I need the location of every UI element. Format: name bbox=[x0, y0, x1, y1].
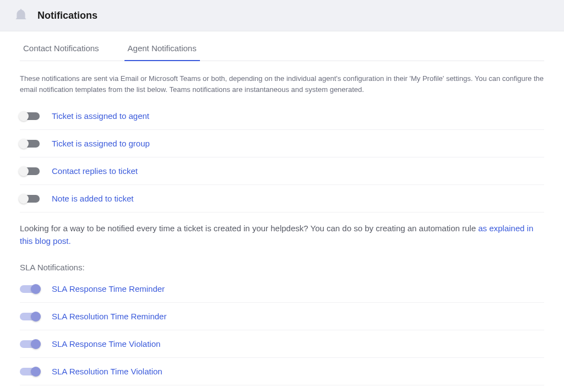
tab-contact-notifications[interactable]: Contact Notifications bbox=[20, 43, 102, 61]
link-contact-replies[interactable]: Contact replies to ticket bbox=[52, 166, 138, 176]
info-prefix: Looking for a way to be notified every t… bbox=[20, 224, 478, 233]
notification-row: SLA Resolution Time Violation bbox=[20, 358, 544, 385]
toggle-sla-resolution-violation[interactable] bbox=[20, 368, 40, 375]
link-sla-response-reminder[interactable]: SLA Response Time Reminder bbox=[52, 284, 165, 293]
page-title: Notifications bbox=[37, 10, 97, 21]
notification-row: SLA Response Time Reminder bbox=[20, 275, 544, 303]
tab-description: These notifications are sent via Email o… bbox=[20, 73, 544, 95]
notification-row: Note is added to ticket bbox=[20, 185, 544, 213]
sla-heading: SLA Notifications: bbox=[20, 253, 544, 275]
link-sla-resolution-violation[interactable]: SLA Resolution Time Violation bbox=[52, 367, 162, 376]
notification-row: SLA Resolution Time Reminder bbox=[20, 303, 544, 330]
page-header: Notifications bbox=[0, 0, 564, 31]
tabs: Contact Notifications Agent Notification… bbox=[20, 31, 544, 61]
automation-info: Looking for a way to be notified every t… bbox=[20, 213, 544, 253]
notification-row: Contact replies to ticket bbox=[20, 157, 544, 185]
tab-agent-notifications[interactable]: Agent Notifications bbox=[124, 43, 200, 61]
toggle-sla-response-reminder[interactable] bbox=[20, 285, 40, 293]
toggle-sla-response-violation[interactable] bbox=[20, 340, 40, 348]
toggle-note-added[interactable] bbox=[20, 195, 40, 203]
notification-row: Ticket is assigned to agent bbox=[20, 102, 544, 130]
link-sla-resolution-reminder[interactable]: SLA Resolution Time Reminder bbox=[52, 312, 166, 321]
notification-row: Ticket is assigned to group bbox=[20, 130, 544, 157]
link-sla-response-violation[interactable]: SLA Response Time Violation bbox=[52, 339, 160, 349]
toggle-ticket-assigned-group[interactable] bbox=[20, 140, 40, 148]
bell-icon bbox=[13, 8, 29, 23]
toggle-sla-resolution-reminder[interactable] bbox=[20, 313, 40, 320]
link-note-added[interactable]: Note is added to ticket bbox=[52, 194, 133, 203]
toggle-contact-replies[interactable] bbox=[20, 167, 40, 175]
toggle-ticket-assigned-agent[interactable] bbox=[20, 112, 40, 120]
content-area: Contact Notifications Agent Notification… bbox=[0, 31, 564, 392]
link-ticket-assigned-group[interactable]: Ticket is assigned to group bbox=[52, 139, 150, 148]
notification-row: SLA Response Time Violation bbox=[20, 330, 544, 358]
link-ticket-assigned-agent[interactable]: Ticket is assigned to agent bbox=[52, 111, 149, 121]
